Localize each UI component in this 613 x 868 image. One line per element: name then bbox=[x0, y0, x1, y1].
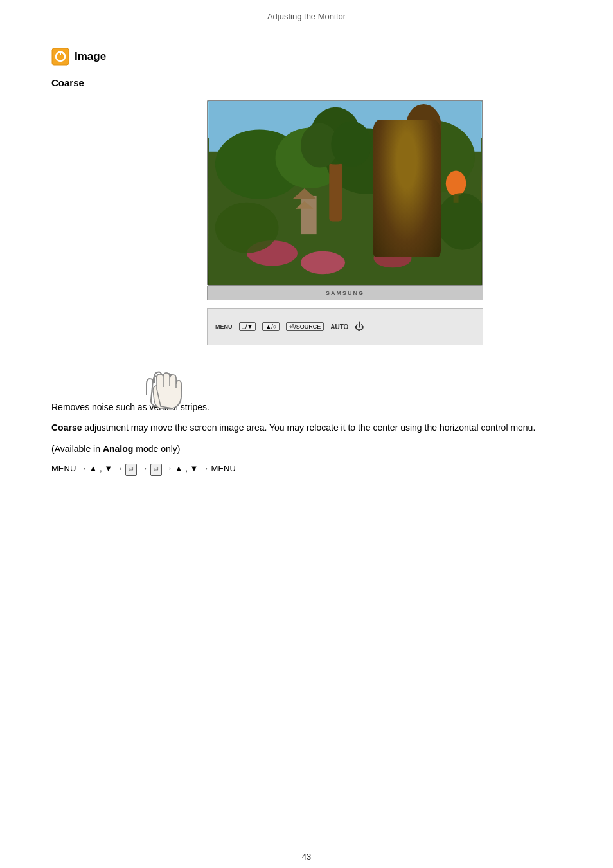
svg-rect-12 bbox=[418, 120, 429, 235]
monitor-screen bbox=[207, 100, 483, 286]
controls-row: MENU □/▼ ▲/○ ⏎/SOURCE AUTO ⏻ — bbox=[215, 321, 475, 332]
svg-point-18 bbox=[301, 251, 345, 275]
svg-rect-0 bbox=[52, 48, 69, 65]
hand-pointer-icon bbox=[141, 365, 193, 416]
page-number: 43 bbox=[302, 852, 311, 862]
image-section-icon bbox=[51, 48, 69, 66]
monitor-image-container: SAMSUNG MENU □/▼ ▲/○ ⏎/SOURCE AUTO ⏻ — bbox=[129, 100, 562, 345]
svg-point-19 bbox=[373, 249, 411, 268]
analog-bold: Analog bbox=[103, 444, 133, 454]
page-content: Image Coarse bbox=[0, 28, 613, 523]
btn2-box: ▲/○ bbox=[262, 322, 280, 331]
subsection-title: Coarse bbox=[51, 77, 562, 88]
description-block: Removes noise such as vertical stripes. … bbox=[51, 400, 562, 476]
desc-para-3: (Available in Analog mode only) bbox=[51, 442, 562, 456]
btn3-box: ⏎/SOURCE bbox=[286, 322, 324, 331]
dash-label: — bbox=[370, 322, 378, 331]
coarse-bold: Coarse bbox=[51, 422, 82, 433]
svg-point-11 bbox=[331, 122, 371, 167]
page-header: Adjusting the Monitor bbox=[0, 0, 613, 28]
enter-icon-2: ⏎ bbox=[150, 464, 162, 475]
desc-para-2: Coarse adjustment may move the screen im… bbox=[51, 420, 562, 435]
auto-label: AUTO bbox=[330, 323, 348, 330]
power-icon: ⏻ bbox=[355, 321, 364, 332]
desc-para-1: Removes noise such as vertical stripes. bbox=[51, 400, 562, 414]
svg-point-13 bbox=[406, 104, 441, 149]
enter-icon-1: ⏎ bbox=[125, 464, 137, 475]
menu-path: MENU → ▲ , ▼ → ⏎ → ⏎ → ▲ , ▼ → MENU bbox=[51, 462, 562, 476]
hand-pointer-area bbox=[129, 365, 405, 400]
page-footer: 43 bbox=[0, 845, 613, 868]
svg-point-20 bbox=[446, 170, 466, 195]
monitor-controls-panel: MENU □/▼ ▲/○ ⏎/SOURCE AUTO ⏻ — bbox=[207, 308, 483, 345]
monitor-screen-scene bbox=[208, 101, 482, 285]
monitor-brand-bar: SAMSUNG bbox=[207, 286, 483, 300]
svg-rect-14 bbox=[301, 196, 317, 234]
btn1-box: □/▼ bbox=[239, 322, 256, 331]
header-title: Adjusting the Monitor bbox=[267, 12, 346, 21]
svg-point-22 bbox=[215, 203, 279, 253]
menu-label: MENU bbox=[215, 323, 233, 330]
section-main-title: Image bbox=[75, 50, 106, 63]
section-title-row: Image bbox=[51, 48, 562, 66]
monitor-brand: SAMSUNG bbox=[326, 290, 364, 296]
